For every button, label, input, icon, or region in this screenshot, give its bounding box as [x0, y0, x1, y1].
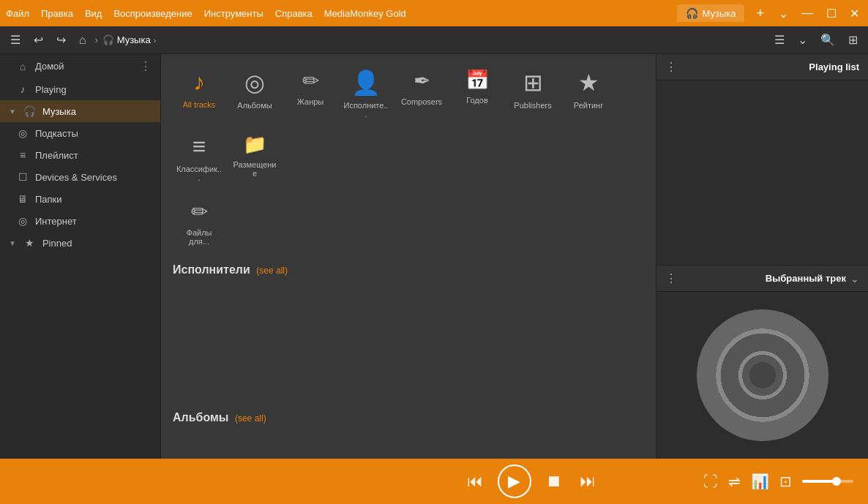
category-files[interactable]: ✏ Файлы для...: [173, 194, 225, 252]
menu-file[interactable]: Файл: [6, 8, 29, 19]
volume-slider[interactable]: [802, 480, 853, 483]
menu-playback[interactable]: Воспроизведение: [113, 8, 192, 19]
sidebar-item-folders[interactable]: 🖥 Папки: [0, 188, 160, 210]
playlist-header: ⋮ Playing list: [656, 54, 868, 80]
music-icon: 🎧: [23, 105, 37, 117]
breadcrumb-separator-1: ›: [95, 35, 98, 45]
publishers-icon: ⊞: [523, 69, 543, 97]
next-button[interactable]: ⏭: [577, 469, 599, 494]
category-rating[interactable]: ★ Рейтинг: [562, 63, 615, 124]
prev-button[interactable]: ⏮: [464, 469, 486, 494]
disc-inner-circle: [748, 361, 777, 390]
menu-edit[interactable]: Правка: [41, 8, 73, 19]
classifier-icon: ≡: [192, 133, 206, 160]
artists-icon: 👤: [351, 69, 381, 97]
selected-track-header: ⋮ Выбранный трек ⌄: [656, 265, 868, 292]
category-artists[interactable]: 👤 Исполните...: [340, 63, 392, 124]
active-tab[interactable]: 🎧 Музыка: [677, 4, 745, 22]
sidebar-label-music: Музыка: [42, 106, 151, 117]
sidebar-item-pinned[interactable]: ▼ ★ Pinned: [0, 232, 160, 254]
menu-tools[interactable]: Инструменты: [204, 8, 263, 19]
rating-label: Рейтинг: [574, 101, 603, 110]
menu-help[interactable]: Справка: [275, 8, 313, 19]
artists-title-text: Исполнители: [173, 263, 250, 276]
years-label: Годов: [466, 96, 487, 105]
maximize-button[interactable]: ☐: [823, 7, 839, 20]
files-icon: ✏: [191, 200, 208, 224]
sidebar-item-internet[interactable]: ◎ Интернет: [0, 210, 160, 232]
close-button[interactable]: ✕: [847, 7, 862, 20]
player-right-controls: ⛶ ⇌ 📊 ⊡: [703, 473, 853, 490]
search-button[interactable]: 🔍: [816, 30, 839, 50]
years-icon: 📅: [465, 69, 489, 91]
hamburger-icon[interactable]: ☰: [6, 30, 25, 50]
breadcrumb-icon: 🎧: [102, 34, 114, 45]
classifier-label: Классифик...: [176, 165, 222, 182]
equalizer-button[interactable]: 📊: [751, 473, 769, 490]
albums-see-all[interactable]: (see all): [235, 413, 266, 424]
cast-button[interactable]: ⊡: [779, 473, 792, 490]
redo-button[interactable]: ↪: [52, 30, 70, 50]
expand-arrow-pinned: ▼: [9, 239, 16, 247]
devices-icon: ☐: [16, 171, 29, 183]
stop-button[interactable]: ⏹: [543, 469, 565, 494]
location-label: Размещение: [231, 160, 278, 178]
publishers-label: Publishers: [514, 101, 551, 110]
sidebar-label-podcasts: Подкасты: [35, 128, 151, 139]
folders-icon: 🖥: [16, 193, 29, 205]
selected-track-title: Выбранный трек: [766, 273, 846, 284]
breadcrumb-expand-icon[interactable]: ›: [154, 36, 157, 45]
minimize-button[interactable]: —: [798, 7, 816, 20]
play-button[interactable]: ▶: [498, 464, 531, 498]
shuffle-button[interactable]: ⇌: [728, 473, 741, 490]
sidebar-item-devices[interactable]: ☐ Devices & Services: [0, 166, 160, 188]
files-icon-grid: ✏ Файлы для...: [173, 194, 644, 252]
sidebar-item-home[interactable]: ⌂ Домой ⋮: [0, 54, 160, 78]
volume-thumb[interactable]: [832, 477, 841, 486]
rating-icon: ★: [578, 69, 599, 97]
artists-see-all[interactable]: (see all): [256, 266, 288, 276]
sidebar-label-playing: Playing: [35, 84, 151, 95]
category-location[interactable]: 📁 Размещение: [228, 127, 281, 188]
selected-track-chevron[interactable]: ⌄: [850, 273, 859, 285]
composers-icon: ✒: [414, 69, 430, 93]
category-all-tracks[interactable]: ♪ All tracks: [173, 63, 225, 124]
tab-icon: 🎧: [686, 7, 698, 19]
genres-label: Жанры: [297, 97, 324, 106]
view-dropdown-button[interactable]: ⌄: [793, 30, 812, 50]
menu-gold[interactable]: MediaMonkey Gold: [324, 8, 406, 19]
menu-bar: Файл Правка Вид Воспроизведение Инструме…: [6, 8, 668, 19]
list-view-button[interactable]: ☰: [770, 30, 789, 50]
playlist-title: Playing list: [809, 61, 859, 72]
undo-button[interactable]: ↩: [29, 30, 48, 50]
repeat-button[interactable]: ⛶: [703, 473, 718, 490]
location-icon: 📁: [243, 133, 266, 156]
sidebar-item-playing[interactable]: ♪ Playing: [0, 78, 160, 100]
category-genres[interactable]: ✏ Жанры: [284, 63, 337, 124]
category-classifier[interactable]: ≡ Классифик...: [173, 127, 225, 188]
category-albums[interactable]: ◎ Альбомы: [228, 63, 281, 124]
tab-label: Музыка: [703, 8, 736, 19]
main-layout: ⌂ Домой ⋮ ♪ Playing ▼ 🎧 Музыка ◎ Подкаст…: [0, 54, 868, 459]
home-button[interactable]: ⌂: [75, 31, 91, 50]
menu-view[interactable]: Вид: [85, 8, 102, 19]
sidebar-item-playlists[interactable]: ≡ Плейлист: [0, 144, 160, 166]
category-years[interactable]: 📅 Годов: [451, 63, 504, 124]
playlist-dots-menu[interactable]: ⋮: [665, 60, 677, 74]
player-controls: ⏮ ▶ ⏹ ⏭: [359, 464, 704, 498]
category-publishers[interactable]: ⊞ Publishers: [506, 63, 559, 124]
artists-label: Исполните...: [343, 101, 389, 119]
all-tracks-label: All tracks: [183, 100, 216, 109]
grid-view-button[interactable]: ⊞: [844, 30, 862, 50]
add-tab-button[interactable]: +: [753, 6, 767, 21]
category-composers[interactable]: ✒ Composers: [395, 63, 448, 124]
sidebar-item-podcasts[interactable]: ◎ Подкасты: [0, 122, 160, 144]
artists-content-area: [173, 282, 644, 399]
selected-track-dots[interactable]: ⋮: [665, 271, 677, 285]
sidebar-item-music[interactable]: ▼ 🎧 Музыка: [0, 100, 160, 122]
content-area: ♪ All tracks ◎ Альбомы ✏ Жанры 👤 Исполни…: [161, 54, 656, 459]
selected-track-title-group: Выбранный трек ⌄: [766, 273, 859, 285]
sidebar-dots-home[interactable]: ⋮: [140, 59, 151, 73]
albums-title-text: Альбомы: [173, 411, 229, 424]
dropdown-icon[interactable]: ⌄: [776, 7, 791, 20]
